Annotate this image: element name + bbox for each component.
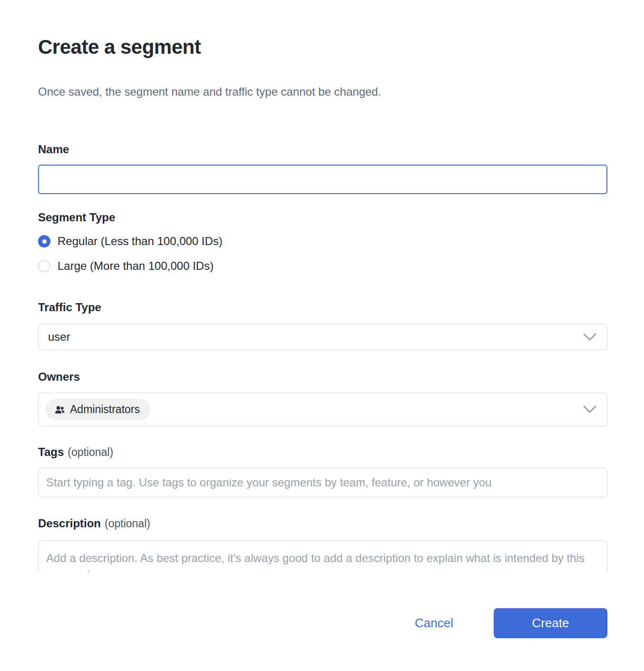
traffic-type-label: Traffic Type [38,301,607,314]
traffic-type-group: Traffic Type user [38,301,607,350]
radio-selected-icon[interactable] [38,235,50,247]
people-group-icon [54,405,65,414]
tags-label-text: Tags [38,445,64,458]
tags-label: Tags(optional) [38,445,607,459]
tags-input[interactable] [38,468,607,497]
page-title: Create a segment [38,35,607,59]
tags-optional-note: (optional) [68,446,113,458]
name-input[interactable] [38,165,607,194]
tags-group: Tags(optional) [38,445,607,497]
traffic-type-select[interactable]: user [38,324,607,350]
description-label: Description(optional) [38,517,607,530]
radio-option-label: Regular (Less than 100,000 IDs) [58,235,223,248]
owners-select[interactable]: Administrators [38,393,607,426]
chevron-down-icon [583,333,596,341]
owners-group: Owners Administrators [38,370,607,426]
dialog-footer: Cancel Create [38,608,607,638]
owner-token-label: Administrators [70,403,140,416]
segment-type-radio-group: Regular (Less than 100,000 IDs) Large (M… [38,235,607,273]
radio-option-regular[interactable]: Regular (Less than 100,000 IDs) [38,235,607,248]
name-label: Name [38,143,607,156]
radio-option-large[interactable]: Large (More than 100,000 IDs) [38,259,607,273]
dialog-subtitle: Once saved, the segment name and traffic… [38,85,607,99]
name-field-group: Name [38,143,607,194]
segment-type-label: Segment Type [38,211,607,224]
description-group: Description(optional) [38,517,607,572]
owners-label: Owners [38,370,607,383]
cancel-button[interactable]: Cancel [415,616,453,631]
create-segment-dialog: Create a segment Once saved, the segment… [0,0,644,667]
traffic-type-selected-value: user [48,330,70,344]
description-label-text: Description [38,517,101,530]
owner-token-administrators[interactable]: Administrators [46,399,150,420]
description-optional-note: (optional) [105,517,150,530]
segment-type-group: Segment Type Regular (Less than 100,000 … [38,211,607,273]
create-button[interactable]: Create [494,608,607,638]
radio-unselected-icon[interactable] [38,260,50,272]
chevron-down-icon [583,405,596,414]
description-textarea[interactable] [38,540,607,572]
radio-option-label: Large (More than 100,000 IDs) [58,259,214,273]
